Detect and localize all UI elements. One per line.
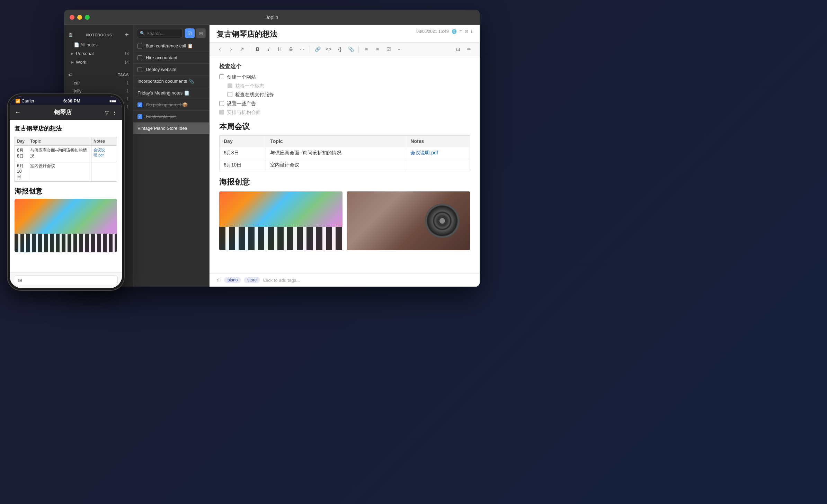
add-notebook-button[interactable]: +	[125, 31, 129, 38]
inline-code-button[interactable]: <>	[324, 44, 334, 54]
checkbox-accountant[interactable]	[137, 55, 142, 60]
tag-store-count: 1	[126, 105, 129, 109]
phone-filter-icon[interactable]: ▽	[105, 110, 109, 115]
note-item-piano-store[interactable]: Vintage Piano Store idea	[133, 123, 209, 134]
table-cell-topic-1: 与供应商会面--询问该折扣的情况	[266, 147, 406, 159]
edit-button[interactable]: ✏	[464, 44, 474, 54]
more-format-button[interactable]: ···	[297, 44, 307, 54]
todo-checkbox-logo[interactable]	[228, 83, 232, 88]
preview-button[interactable]: ⊡	[453, 44, 463, 54]
note-item-friday[interactable]: Friday's Meeting notes 🗒️	[133, 87, 209, 99]
more-insert-button[interactable]: ···	[395, 44, 404, 54]
piano-image	[219, 191, 343, 250]
list-check-button[interactable]: ☑	[384, 44, 393, 54]
todo-checkbox-website[interactable]	[219, 74, 224, 79]
todo-payment: 检查在线支付服务	[228, 91, 470, 98]
phone-note-title: 复古钢琴店的想法	[15, 125, 117, 133]
sidebar-item-personal[interactable]: ▶ Personal 13	[64, 49, 133, 58]
search-input-wrapper[interactable]: 🔍	[137, 29, 183, 38]
note-item-parcel[interactable]: ✓ Go pick up parcel 📦	[133, 99, 209, 111]
phone-more-icon[interactable]: ⋮	[112, 110, 117, 115]
mobile-phone: 📶 Carrier 6:38 PM ■■■ ← 钢琴店 ▽ ⋮ 复古钢琴店的想法…	[7, 93, 125, 291]
tags-header: 🏷 TAGS	[64, 71, 133, 79]
search-input[interactable]	[146, 31, 180, 36]
notes-link-1[interactable]: 会议说明.pdf	[410, 150, 438, 155]
tag-jelly-count: 1	[126, 89, 129, 93]
editor-meta: 03/06/2021 16:49 🌐 fr ⊡ ℹ	[416, 29, 473, 34]
note-title-car: Book rental car	[146, 114, 176, 119]
forward-button[interactable]: ›	[226, 44, 236, 54]
tag-car[interactable]: car 1	[64, 79, 133, 87]
phone-td-notes-1: 会议说明.pdf	[91, 146, 117, 161]
table-row-1: 6月8日 与供应商会面--询问该折扣的情况 会议说明.pdf	[220, 147, 470, 159]
note-item-car[interactable]: ✓ Book rental car	[133, 111, 209, 123]
todo-text-website: 创建一个网站	[227, 74, 256, 81]
back-button[interactable]: ‹	[215, 44, 225, 54]
link-button[interactable]: 🔗	[313, 44, 322, 54]
battery-icon: ■■■	[109, 99, 116, 103]
tag-add-button[interactable]: Click to add tags...	[263, 278, 300, 283]
all-notes-icon: 📄	[74, 42, 79, 47]
attach-button[interactable]: 📎	[346, 44, 356, 54]
sidebar-item-work[interactable]: ▶ Work 14	[64, 58, 133, 66]
note-item-incorporation[interactable]: Incorporation documents 📎	[133, 75, 209, 87]
todo-logo: 获得一个标志	[228, 83, 470, 90]
todo-checkbox-payment[interactable]	[228, 92, 232, 97]
phone-back-button[interactable]: ←	[15, 109, 21, 116]
phone-poster-heading: 海报创意	[15, 187, 117, 196]
note-title-accountant: Hire accountant	[146, 55, 177, 60]
close-button[interactable]	[70, 15, 74, 20]
strikethrough-button[interactable]: S	[286, 44, 296, 54]
meeting-table: Day Topic Notes 6月8日 与供应商会面--询问该折扣的情况 会议…	[219, 135, 470, 171]
note-date: 03/06/2021 16:49	[416, 29, 448, 34]
note-title-friday: Friday's Meeting notes 🗒️	[137, 90, 189, 96]
info-icon[interactable]: ℹ	[471, 29, 473, 34]
sidebar-item-all-notes[interactable]: 📄 All notes	[64, 40, 133, 49]
italic-button[interactable]: I	[264, 44, 274, 54]
checkbox-parcel[interactable]: ✓	[137, 102, 142, 107]
note-item-accountant[interactable]: Hire accountant	[133, 52, 209, 64]
search-icon: 🔍	[140, 31, 145, 36]
list-ul-button[interactable]: ≡	[362, 44, 371, 54]
vinyl-photo	[347, 191, 470, 250]
globe-icon: 🌐	[452, 29, 457, 34]
view-grid-button[interactable]: ⊞	[196, 28, 206, 38]
checkbox-conference[interactable]	[137, 44, 142, 48]
tag-footer-icon: 🏷	[216, 277, 221, 283]
checkbox-deploy[interactable]	[137, 67, 142, 72]
phone-td-topic-2: 室内设计会议	[28, 161, 91, 182]
todo-meeting: 安排与机构会面	[219, 109, 470, 116]
tag-car-label: car	[74, 80, 80, 86]
phone-meeting-table: Day Topic Notes 6月8日 与供应商会面--询问该折扣的情况 会议…	[15, 137, 117, 182]
checkbox-car[interactable]: ✓	[137, 114, 142, 119]
note-item-conference[interactable]: 8am conference call 📋	[133, 40, 209, 52]
list-ol-button[interactable]: ≡	[373, 44, 382, 54]
highlight-button[interactable]: H	[275, 44, 285, 54]
table-cell-day-1: 6月8日	[220, 147, 266, 159]
app-title: Joplin	[266, 15, 278, 20]
wifi-icon: 📶	[15, 99, 20, 104]
minimize-button[interactable]	[77, 15, 82, 20]
note-title-parcel: Go pick up parcel 📦	[146, 102, 188, 107]
phone-notes-link-1[interactable]: 会议说明.pdf	[94, 148, 105, 157]
todo-checkbox-meeting[interactable]	[219, 110, 224, 115]
tag-badge-piano[interactable]: piano	[224, 277, 241, 283]
phone-navbar: ← 钢琴店 ▽ ⋮	[10, 105, 122, 120]
table-cell-day-2: 6月10日	[220, 159, 266, 171]
todo-text-logo: 获得一个标志	[235, 83, 264, 90]
export-button[interactable]: ↗	[237, 44, 247, 54]
bold-button[interactable]: B	[253, 44, 263, 54]
search-bar: 🔍 ☑ ⊞	[133, 25, 209, 40]
maximize-button[interactable]	[85, 15, 90, 20]
notebooks-header: 📓 NOTEBOOKS +	[64, 29, 133, 40]
view-list-button[interactable]: ☑	[185, 28, 195, 38]
phone-search-input[interactable]	[14, 275, 118, 285]
code-block-button[interactable]: {}	[335, 44, 345, 54]
tag-badge-store[interactable]: store	[244, 277, 260, 283]
phone-status-bar: 📶 Carrier 6:38 PM ■■■	[10, 96, 122, 105]
notebooks-label: NOTEBOOKS	[86, 33, 112, 37]
todo-text-payment: 检查在线支付服务	[235, 91, 274, 98]
todo-text-meeting: 安排与机构会面	[227, 109, 261, 116]
note-item-deploy[interactable]: Deploy website	[133, 64, 209, 75]
todo-checkbox-ads[interactable]	[219, 101, 224, 106]
